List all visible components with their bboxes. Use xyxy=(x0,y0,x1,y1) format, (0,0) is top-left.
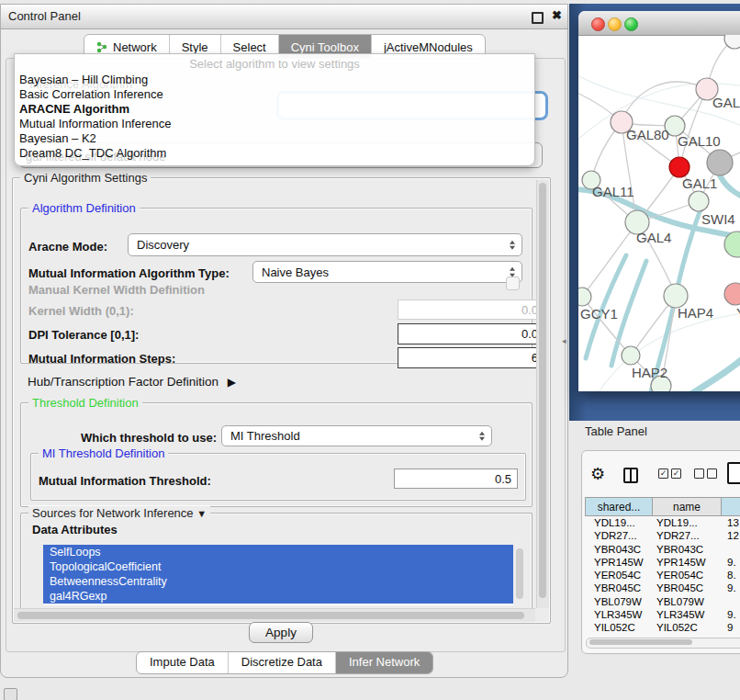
algorithm-dropdown-popup: Inference Algorithm gal-filtered.sif def… xyxy=(14,53,535,166)
algorithm-definition-title: Algorithm Definition xyxy=(28,201,140,215)
cell: 9. xyxy=(723,581,740,594)
column-header-shared-name[interactable]: shared... xyxy=(585,497,653,516)
attribute-list-scrollbar[interactable] xyxy=(516,548,523,599)
settings-vertical-scrollbar-thumb[interactable] xyxy=(539,183,546,598)
node-label: HAP4 xyxy=(678,305,713,321)
kernel-width-label: Kernel Width (0,1): xyxy=(28,304,134,318)
menu-item-bayesian-k2[interactable]: Bayesian – K2 xyxy=(19,131,96,146)
attribute-item-betweennesscentrality[interactable]: BetweennessCentrality xyxy=(43,574,513,589)
hub-definition-toggle[interactable]: Hub/Transcription Factor Definition ▶ xyxy=(28,375,236,389)
table-row[interactable]: YDL19...YDL19...13 xyxy=(585,516,740,529)
manual-kernel-label: Manual Kernel Width Definition xyxy=(28,283,205,297)
cell: YIL052C xyxy=(653,621,723,634)
table-panel-card: ⚙ ✓ ✓ shared... name YDL19...YDL19...13 … xyxy=(581,450,740,654)
node-label: GAL80 xyxy=(626,127,669,142)
attribute-item-selfloops[interactable]: SelfLoops xyxy=(43,545,513,559)
close-traffic-light-icon[interactable] xyxy=(591,17,605,31)
control-panel-title: Control Panel xyxy=(8,9,81,23)
menu-item-dream8[interactable]: Dream8 DC_TDC Algorithm xyxy=(19,146,166,161)
cell: YBL079W xyxy=(585,595,653,608)
settings-vertical-scrollbar[interactable] xyxy=(536,180,549,608)
cell: 9. xyxy=(723,556,740,569)
control-panel-titlebar[interactable]: Control Panel ✖ xyxy=(1,5,567,29)
node-gray[interactable] xyxy=(707,150,733,175)
tab-infer-network[interactable]: Infer Network xyxy=(336,652,432,673)
table-row[interactable]: YDR27...YDR27...12 xyxy=(585,529,740,542)
menu-item-bayesian-hill-climbing[interactable]: Bayesian – Hill Climbing xyxy=(19,73,148,87)
highlighted-edges xyxy=(578,175,740,391)
cell: YDR27... xyxy=(585,529,653,542)
sources-group-title[interactable]: Sources for Network Inference ▼ xyxy=(28,506,210,520)
table-panel-title: Table Panel xyxy=(585,424,647,438)
node-gal1[interactable] xyxy=(689,191,709,211)
tab-impute-data[interactable]: Impute Data xyxy=(137,652,229,673)
node-label: Y xyxy=(736,305,740,321)
table-row[interactable]: YPR145WYPR145W9. xyxy=(585,556,740,569)
checked-checkbox-icon[interactable]: ✓ xyxy=(671,469,681,479)
settings-horizontal-scrollbar-thumb[interactable] xyxy=(17,612,524,619)
table-horizontal-scrollbar-thumb[interactable] xyxy=(589,639,692,645)
menu-item-aracne[interactable]: ARACNE Algorithm xyxy=(19,102,129,117)
mi-threshold-field[interactable]: 0.5 xyxy=(394,469,518,489)
manual-kernel-checkbox[interactable] xyxy=(506,277,520,290)
minimize-traffic-light-icon[interactable] xyxy=(608,17,622,31)
column-header-clipped[interactable] xyxy=(721,497,740,516)
table-row[interactable]: YBL079WYBL079W xyxy=(585,595,740,608)
node-hap2[interactable] xyxy=(622,346,640,365)
node-label: SWI4 xyxy=(701,211,735,227)
data-attributes-label: Data Attributes xyxy=(32,523,118,536)
dpi-tolerance-label: DPI Tolerance [0,1]: xyxy=(28,328,139,342)
node-table: shared... name YDL19...YDL19...13 YDR27.… xyxy=(585,497,740,636)
tab-discretize-data[interactable]: Discretize Data xyxy=(229,652,336,673)
node-salmon[interactable] xyxy=(724,283,740,305)
checked-checkbox-icon[interactable]: ✓ xyxy=(658,469,668,479)
column-header-name[interactable]: name xyxy=(652,497,722,516)
table-row[interactable]: YIL052CYIL052C9 xyxy=(585,621,740,634)
split-columns-icon[interactable] xyxy=(623,468,638,483)
zoom-traffic-light-icon[interactable] xyxy=(624,17,638,31)
table-row[interactable]: YLR345WYLR345W9. xyxy=(585,608,740,621)
data-attributes-list: SelfLoops TopologicalCoefficient Between… xyxy=(43,545,513,605)
network-view-window[interactable]: GAL GAL80 GAL10 GAL1 GAL11 SWI4 GAL4 GCY… xyxy=(578,11,740,391)
mi-steps-field[interactable]: 6 xyxy=(398,347,544,368)
cell: 12 xyxy=(723,529,740,542)
kernel-width-field[interactable]: 0.0 xyxy=(398,299,544,320)
dpi-tolerance-field[interactable]: 0.0 xyxy=(398,323,544,344)
table-body: YDL19...YDL19...13 YDR27...YDR27...12 YB… xyxy=(585,516,740,636)
network-icon xyxy=(96,41,108,53)
mi-threshold-group: MI Threshold Definition Mutual Informati… xyxy=(30,453,526,501)
which-threshold-value: MI Threshold xyxy=(230,429,300,443)
unchecked-checkbox-icon[interactable] xyxy=(707,469,717,479)
aracne-mode-combo[interactable]: Discovery xyxy=(128,233,522,256)
node-gal10-selected[interactable] xyxy=(669,157,690,177)
cell: YPR145W xyxy=(653,556,723,569)
panel-divider-collapse-icon[interactable]: ◂ xyxy=(562,336,566,345)
network-canvas[interactable]: GAL GAL80 GAL10 GAL1 GAL11 SWI4 GAL4 GCY… xyxy=(578,35,740,391)
unchecked-checkbox-icon[interactable] xyxy=(694,469,704,479)
cell: YBL079W xyxy=(653,595,723,608)
settings-horizontal-scrollbar[interactable] xyxy=(14,608,535,622)
menu-item-basic-correlation[interactable]: Basic Correlation Inference xyxy=(19,87,163,102)
table-row[interactable]: YBR045CYBR045C9. xyxy=(585,581,740,594)
table-row[interactable]: YBR043CYBR043C xyxy=(585,543,740,556)
table-row[interactable]: YER054CYER054C8. xyxy=(585,569,740,581)
node-gcy1[interactable] xyxy=(578,288,591,306)
table-header-row: shared... name xyxy=(585,497,740,516)
table-horizontal-scrollbar[interactable] xyxy=(586,638,740,649)
mi-type-value: Naive Bayes xyxy=(262,265,329,279)
node-label: GAL1 xyxy=(682,175,717,191)
collapsed-panel-icon[interactable] xyxy=(4,688,17,700)
gear-icon[interactable]: ⚙ xyxy=(590,464,605,484)
attribute-item-topologicalcoefficient[interactable]: TopologicalCoefficient xyxy=(43,559,513,574)
mi-threshold-label: Mutual Information Threshold: xyxy=(39,474,211,488)
float-window-icon[interactable] xyxy=(532,12,544,24)
attribute-item-gal4rgexp[interactable]: gal4RGexp xyxy=(43,589,513,604)
close-icon[interactable]: ✖ xyxy=(552,8,562,22)
mi-type-combo[interactable]: Naive Bayes xyxy=(252,261,522,283)
menu-item-mutual-information[interactable]: Mutual Information Inference xyxy=(19,117,171,131)
control-panel-window: Control Panel ✖ Network Style Select Cyn… xyxy=(0,4,568,678)
network-window-titlebar[interactable] xyxy=(578,11,740,36)
apply-button[interactable]: Apply xyxy=(249,622,313,643)
document-icon[interactable] xyxy=(727,462,740,484)
which-threshold-combo[interactable]: MI Threshold xyxy=(221,425,492,446)
